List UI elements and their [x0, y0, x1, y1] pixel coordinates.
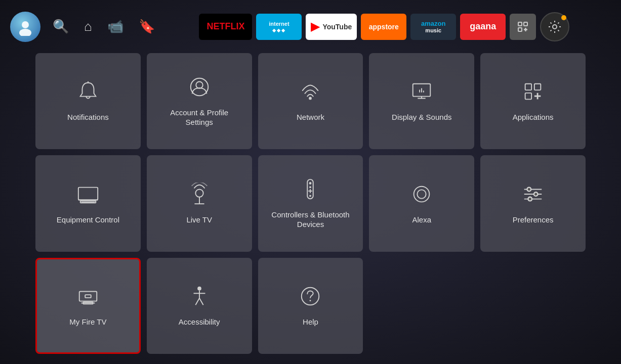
grid-apps-button[interactable]	[510, 14, 536, 40]
svg-rect-14	[534, 84, 541, 90]
bookmark-icon[interactable]: 🔖	[136, 16, 158, 37]
svg-point-1	[19, 29, 31, 36]
svg-rect-21	[81, 202, 95, 203]
tile-alexa[interactable]: Alexa	[369, 155, 474, 251]
svg-point-7	[553, 25, 557, 29]
tile-equipment-control-label: Equipment Control	[57, 215, 119, 225]
wifi-icon	[299, 80, 322, 105]
settings-button[interactable]	[540, 12, 569, 41]
avatar[interactable]	[10, 12, 40, 42]
tile-network[interactable]: Network	[258, 53, 363, 149]
svg-rect-18	[78, 187, 98, 200]
nav-left: 🔍 ⌂ 📹 🔖	[10, 12, 158, 42]
tile-help[interactable]: Help	[258, 258, 363, 354]
tile-equipment-control[interactable]: Equipment Control	[35, 155, 141, 251]
internet-button[interactable]: internet ◆◆◆	[256, 14, 302, 40]
tile-live-tv[interactable]: Live TV	[147, 155, 252, 251]
svg-point-43	[197, 287, 201, 291]
svg-point-48	[302, 288, 319, 305]
search-icon[interactable]: 🔍	[50, 16, 72, 37]
svg-rect-42	[85, 295, 91, 298]
user-circle-icon	[188, 75, 211, 101]
svg-point-11	[310, 98, 312, 100]
tile-account-profile[interactable]: Account & Profile Settings	[147, 53, 252, 149]
svg-line-47	[199, 298, 203, 305]
tile-applications[interactable]: Applications	[480, 53, 586, 149]
svg-point-31	[414, 186, 430, 202]
svg-point-27	[310, 186, 312, 188]
settings-grid: Notifications Account & Profile Settings…	[0, 53, 621, 364]
display-icon	[76, 183, 100, 208]
svg-line-46	[195, 298, 199, 305]
svg-point-22	[195, 189, 203, 197]
remote-icon	[299, 177, 322, 203]
tile-notifications[interactable]: Notifications	[35, 53, 141, 149]
svg-point-10	[196, 81, 202, 88]
tile-my-fire-tv[interactable]: My Fire TV	[35, 258, 141, 354]
tile-help-label: Help	[303, 317, 318, 327]
tile-network-label: Network	[297, 112, 324, 122]
svg-rect-39	[79, 291, 97, 301]
tile-controllers-bluetooth[interactable]: Controllers & Bluetooth Devices	[258, 155, 363, 251]
svg-point-38	[528, 197, 532, 201]
tv-icon[interactable]: 📹	[104, 16, 127, 37]
home-icon[interactable]: ⌂	[81, 16, 95, 37]
svg-point-26	[309, 182, 312, 185]
svg-rect-2	[518, 22, 522, 26]
bell-icon	[76, 80, 100, 105]
svg-point-9	[190, 78, 208, 96]
svg-point-36	[527, 187, 531, 191]
apps-icon	[521, 80, 545, 105]
tile-controllers-bluetooth-label: Controllers & Bluetooth Devices	[268, 210, 353, 230]
svg-rect-4	[518, 28, 522, 31]
tile-display-sounds[interactable]: Display & Sounds	[369, 53, 474, 149]
sliders-icon	[521, 183, 545, 208]
help-icon	[299, 285, 322, 310]
netflix-button[interactable]: NETFLIX	[199, 14, 252, 40]
top-bar: 🔍 ⌂ 📹 🔖 NETFLIX internet ◆◆◆ ▶ YouTube a…	[0, 0, 621, 53]
tile-alexa-label: Alexa	[412, 215, 432, 225]
tile-accessibility[interactable]: Accessibility	[147, 258, 252, 354]
svg-point-32	[418, 190, 426, 198]
tile-account-label: Account & Profile Settings	[157, 108, 242, 127]
svg-point-0	[22, 21, 29, 28]
svg-point-30	[310, 195, 312, 197]
appstore-button[interactable]: appstore	[361, 14, 406, 40]
tile-accessibility-label: Accessibility	[179, 317, 220, 327]
antenna-icon	[188, 183, 211, 208]
nav-shortcuts: NETFLIX internet ◆◆◆ ▶ YouTube appstore …	[158, 12, 611, 41]
tile-live-tv-label: Live TV	[186, 215, 212, 225]
firetv-icon	[76, 285, 100, 310]
accessibility-icon	[188, 285, 211, 310]
tile-preferences-label: Preferences	[513, 215, 554, 225]
svg-point-37	[534, 192, 538, 196]
amazonmusic-button[interactable]: amazon music	[410, 14, 456, 40]
svg-rect-13	[525, 84, 531, 90]
tile-applications-label: Applications	[513, 112, 554, 122]
tile-notifications-label: Notifications	[67, 112, 109, 122]
svg-point-49	[310, 300, 311, 301]
monitor-icon	[410, 80, 433, 105]
tile-my-fire-tv-label: My Fire TV	[69, 317, 106, 327]
youtube-play-icon: ▶	[311, 20, 319, 33]
svg-rect-15	[525, 93, 531, 99]
alexa-icon	[410, 183, 433, 208]
youtube-button[interactable]: ▶ YouTube	[306, 14, 357, 40]
tile-preferences[interactable]: Preferences	[480, 155, 586, 251]
gaana-button[interactable]: gaana	[460, 14, 506, 40]
tile-display-sounds-label: Display & Sounds	[392, 112, 451, 122]
settings-notification-dot	[561, 15, 566, 20]
svg-rect-3	[524, 22, 527, 26]
